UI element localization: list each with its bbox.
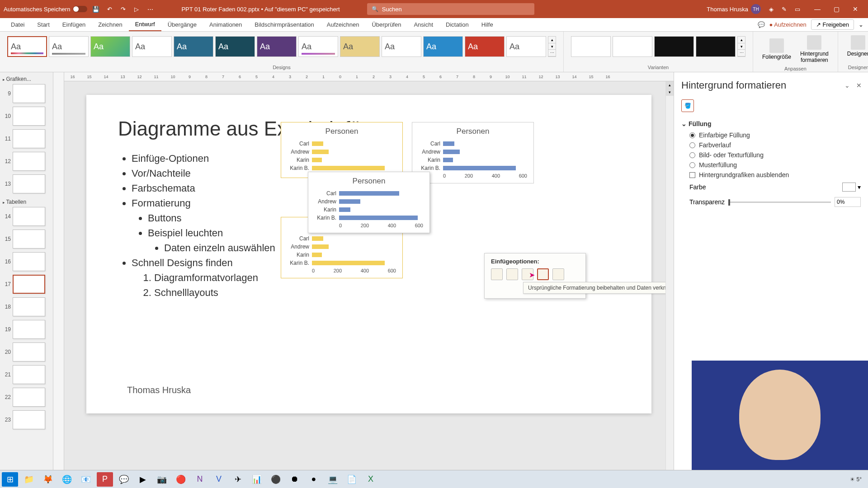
transparency-input[interactable]: 0% xyxy=(835,197,861,207)
tab-einfuegen[interactable]: Einfügen xyxy=(56,19,92,31)
diamond-icon[interactable]: ◈ xyxy=(769,6,774,13)
app-icon[interactable]: 📄 xyxy=(344,472,360,487)
slide-thumbnail[interactable]: 21 xyxy=(2,365,51,384)
scroll-up-icon[interactable]: ▴ xyxy=(666,81,674,89)
close-button[interactable]: ✕ xyxy=(846,3,864,15)
theme-thumb[interactable]: Aa xyxy=(7,36,47,57)
obs-icon[interactable]: ⚫ xyxy=(268,472,284,487)
fill-picture-option[interactable]: Bild- oder Texturfüllung xyxy=(681,150,861,160)
telegram-icon[interactable]: ✈ xyxy=(230,472,246,487)
app-icon[interactable]: 🔴 xyxy=(173,472,189,487)
firefox-icon[interactable]: 🦊 xyxy=(40,472,56,487)
minimize-button[interactable]: — xyxy=(808,3,826,15)
format-background-button[interactable]: Hintergrund formatieren xyxy=(796,33,833,65)
slide-thumbnail[interactable]: 15 xyxy=(2,230,51,249)
variant-scroll[interactable]: ▴▾⋯ xyxy=(737,36,745,57)
slide-thumbnail[interactable]: 19 xyxy=(2,320,51,339)
toggle-switch[interactable] xyxy=(73,6,87,12)
chart-blue-top[interactable]: Personen CarlAndrewKarinKarin B. 0200400… xyxy=(412,122,534,183)
tab-animationen[interactable]: Animationen xyxy=(203,19,248,31)
slide-thumbnail[interactable]: 9 xyxy=(2,84,51,103)
autosave-toggle[interactable]: Automatisches Speichern xyxy=(4,6,87,13)
chart-blue-overlay[interactable]: Personen CarlAndrewKarinKarin B. 0200400… xyxy=(308,172,430,233)
theme-thumb[interactable]: Aa xyxy=(174,36,213,57)
onenote-icon[interactable]: N xyxy=(192,472,208,487)
pane-close-icon[interactable]: ✕ xyxy=(856,82,862,89)
theme-thumb[interactable]: Aa xyxy=(423,36,463,57)
tab-ueberpruefen[interactable]: Überprüfen xyxy=(365,19,407,31)
redo-icon[interactable]: ↷ xyxy=(119,5,127,13)
color-picker[interactable] xyxy=(842,183,856,192)
variant-thumb[interactable] xyxy=(696,36,736,57)
weather-widget[interactable]: ☀ 5° xyxy=(850,476,862,483)
slide-viewport[interactable]: Diagramme aus Excel einfügen Einfüge-Opt… xyxy=(64,81,674,478)
vertical-scrollbar[interactable]: ▴ ▾ xyxy=(665,81,674,478)
maximize-button[interactable]: ▢ xyxy=(827,3,845,15)
slide-thumbnail[interactable]: 22 xyxy=(2,388,51,407)
tab-aufzeichnen[interactable]: Aufzeichnen xyxy=(321,19,366,31)
app-icon[interactable]: 📊 xyxy=(249,472,265,487)
slide-thumbnail[interactable]: 14 xyxy=(2,207,51,226)
chrome-icon[interactable]: 🌐 xyxy=(59,472,75,487)
tab-dictation[interactable]: Dictation xyxy=(439,19,475,31)
outlook-icon[interactable]: 📧 xyxy=(78,472,94,487)
chevron-down-icon[interactable]: ▾ xyxy=(858,183,861,191)
section-graphics[interactable]: Grafiken... xyxy=(2,74,51,84)
slide-thumbnail[interactable]: 17 xyxy=(2,275,51,294)
slide-thumbnail[interactable]: 16 xyxy=(2,252,51,271)
tab-ansicht[interactable]: Ansicht xyxy=(407,19,439,31)
theme-thumb[interactable]: Aa xyxy=(132,36,172,57)
chart-yellow-top[interactable]: Personen CarlAndrewKarinKarin B. xyxy=(281,122,403,178)
fill-section[interactable]: Füllung xyxy=(681,117,861,130)
gallery-scroll[interactable]: ▴▾⋯ xyxy=(548,36,556,57)
hide-bg-checkbox[interactable]: Hintergrundgrafiken ausblenden xyxy=(681,170,861,180)
comments-icon[interactable]: 💬 xyxy=(758,21,765,28)
record-button[interactable]: ● Aufzeichnen xyxy=(769,21,807,28)
tab-zeichnen[interactable]: Zeichnen xyxy=(92,19,128,31)
slide-size-button[interactable]: Foliengröße xyxy=(758,33,796,65)
tab-präsentation[interactable]: Bildschirmpräsentation xyxy=(248,19,321,31)
slide-thumbnail[interactable]: 18 xyxy=(2,297,51,316)
section-tables[interactable]: Tabellen xyxy=(2,197,51,207)
excel-icon[interactable]: X xyxy=(363,472,379,487)
fill-gradient-option[interactable]: Farbverlauf xyxy=(681,140,861,150)
slide-thumbnail[interactable]: 10 xyxy=(2,107,51,126)
fill-pattern-option[interactable]: Musterfüllung xyxy=(681,160,861,170)
app-icon[interactable]: ● xyxy=(306,472,322,487)
variant-thumb[interactable] xyxy=(613,36,652,57)
undo-icon[interactable]: ↶ xyxy=(105,5,113,13)
paste-picture-icon[interactable] xyxy=(552,268,564,280)
paste-keep-source-formatting-icon[interactable] xyxy=(506,268,518,280)
slide-thumbnail[interactable]: 20 xyxy=(2,343,51,361)
variant-thumb[interactable] xyxy=(571,36,611,57)
fill-solid-option[interactable]: Einfarbige Füllung xyxy=(681,130,861,140)
app-icon[interactable]: 📷 xyxy=(154,472,170,487)
window-icon[interactable]: ▭ xyxy=(795,6,800,13)
share-button[interactable]: ↗ Freigeben xyxy=(811,19,854,30)
variant-thumb[interactable] xyxy=(654,36,694,57)
theme-thumb[interactable]: Aa xyxy=(215,36,255,57)
theme-thumb[interactable]: Aa xyxy=(257,36,297,57)
theme-thumb[interactable]: Aa xyxy=(506,36,546,57)
vlc-icon[interactable]: ▶ xyxy=(135,472,151,487)
paste-embed-icon[interactable] xyxy=(522,268,533,280)
file-explorer-icon[interactable]: 📁 xyxy=(21,472,37,487)
slide-thumbnail[interactable]: 12 xyxy=(2,152,51,171)
theme-thumb[interactable]: Aa xyxy=(382,36,421,57)
fill-tab-icon[interactable]: 🪣 xyxy=(681,99,694,112)
start-button[interactable]: ⊞ xyxy=(2,472,18,487)
save-icon[interactable]: 💾 xyxy=(92,5,100,13)
slide-canvas[interactable]: Diagramme aus Excel einfügen Einfüge-Opt… xyxy=(86,95,651,413)
slide-thumbnail[interactable]: 11 xyxy=(2,129,51,148)
theme-thumb[interactable]: Aa xyxy=(49,36,89,57)
start-from-beginning-icon[interactable]: ▷ xyxy=(132,5,141,13)
thumbnail-panel[interactable]: Grafiken... 910111213 Tabellen 141516171… xyxy=(0,72,53,478)
pen-icon[interactable]: ✎ xyxy=(782,6,787,13)
tab-uebergaenge[interactable]: Übergänge xyxy=(161,19,203,31)
search-input[interactable]: Suchen xyxy=(367,3,534,15)
transparency-slider[interactable] xyxy=(728,202,831,203)
visio-icon[interactable]: V xyxy=(211,472,227,487)
designer-button[interactable]: Designer xyxy=(843,33,868,59)
paste-use-destination-theme-icon[interactable] xyxy=(491,268,503,280)
theme-thumb[interactable]: Aa xyxy=(340,36,380,57)
